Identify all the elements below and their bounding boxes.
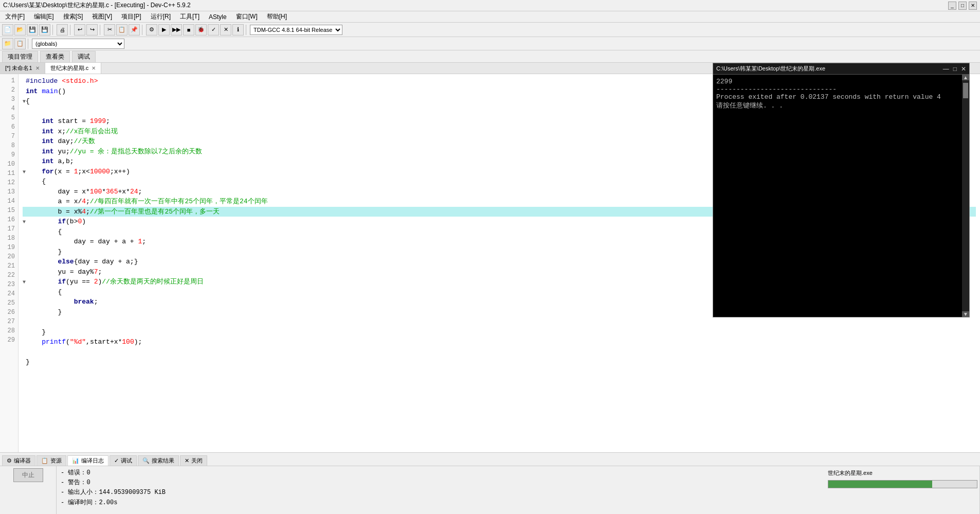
toolbar: 📄 📂 💾 💾 🖨 ↩ ↪ ✂ 📋 📌 ⚙ ▶ ▶▶ ■ 🐞 ✓ ✕ ℹ TDM…: [0, 23, 980, 37]
console-body: 2299 ------------------------------ Proc…: [713, 75, 962, 317]
line-numbers: 1 2 3 4 5 6 7 8 9 10 11 12 13 14 15 16 1…: [0, 74, 19, 452]
sep2: [70, 25, 72, 35]
menu-item-运行[R][interactable]: 运行[R]: [148, 12, 174, 22]
bottom-tab-编译日志[interactable]: 📊编译日志: [67, 455, 108, 466]
new-file-button[interactable]: 📄: [2, 24, 13, 36]
menu-item-视图[V][interactable]: 视图[V]: [89, 12, 115, 22]
stop-compile-button[interactable]: 中止: [13, 468, 43, 482]
sep3: [100, 25, 102, 35]
sep5: [246, 25, 248, 35]
check-button[interactable]: ✓: [208, 24, 219, 36]
scroll-up-button[interactable]: ▲: [962, 75, 969, 80]
menu-item-窗口[W][interactable]: 窗口[W]: [233, 12, 261, 22]
paste-button[interactable]: 📌: [129, 24, 140, 36]
log-errors: - 错误：0: [61, 468, 822, 478]
scroll-down-button[interactable]: ▼: [962, 311, 969, 317]
progress-bar-fill: [828, 481, 932, 488]
log-output-size: - 输出人小：144.9539009375 KiB: [61, 488, 822, 498]
console-titlebar: C:\Users\韩某某\Desktop\世纪末的星期.exe — □ ✕: [713, 63, 969, 75]
save-file-button[interactable]: 💾: [27, 24, 38, 36]
maximize-button[interactable]: □: [958, 2, 967, 10]
nav-tab-project[interactable]: 项目管理: [2, 51, 38, 62]
console-close-button[interactable]: ✕: [961, 65, 966, 73]
nav-tabs: 项目管理 查看类 调试: [0, 50, 980, 63]
open-file-button[interactable]: 📂: [14, 24, 26, 36]
menu-item-编辑[E][interactable]: 编辑[E]: [31, 12, 57, 22]
sep4: [142, 25, 144, 35]
menu-item-工具[T][interactable]: 工具[T]: [177, 12, 203, 22]
cut-button[interactable]: ✂: [104, 24, 115, 36]
minimize-button[interactable]: _: [948, 2, 956, 10]
bottom-tab-调试[interactable]: ✓调试: [110, 455, 137, 466]
menu-item-AStyle[interactable]: AStyle: [206, 13, 230, 21]
save-all-button[interactable]: 💾: [39, 24, 50, 36]
log-compile-time: - 编译时间：2.00s: [61, 498, 822, 508]
compile-button[interactable]: ⚙: [146, 24, 157, 36]
bottom-tab-资源[interactable]: 📋资源: [37, 455, 66, 466]
redo-button[interactable]: ↪: [86, 24, 98, 36]
title-text: C:\Users\某某\Desktop\世纪末的星期.c - [Executin…: [3, 1, 191, 10]
code-tab-main[interactable]: 世纪末的星期.c ✕: [45, 63, 102, 74]
main-area: [*] 未命名1 ✕ 世纪末的星期.c ✕ 1 2 3 4 5 6 7 8 9 …: [0, 63, 980, 452]
code-tab-unnamed[interactable]: [*] 未命名1 ✕: [0, 63, 45, 74]
copy-button[interactable]: 📋: [116, 24, 128, 36]
menu-item-搜索[S][interactable]: 搜索[S]: [60, 12, 86, 22]
console-maximize-button[interactable]: □: [953, 65, 957, 73]
console-window: C:\Users\韩某某\Desktop\世纪末的星期.exe — □ ✕ 22…: [713, 63, 970, 317]
log-warnings: - 警告：0: [61, 478, 822, 488]
debug-button[interactable]: 🐞: [195, 24, 207, 36]
scroll-track: [962, 80, 969, 311]
nav-tab-debug[interactable]: 调试: [72, 51, 96, 62]
log-area: - 错误：0 - 警告：0 - 输出人小：144.9539009375 KiB …: [57, 466, 826, 514]
scroll-thumb[interactable]: [963, 83, 968, 98]
bottom-panel: ⚙编译器📋资源📊编译日志✓调试🔍搜索结果✕关闭 中止 - 错误：0 - 警告：0…: [0, 452, 980, 514]
menu-bar: 文件[F]编辑[E]搜索[S]视图[V]项目[P]运行[R]工具[T]AStyl…: [0, 11, 980, 23]
bottom-tab-搜索结果[interactable]: 🔍搜索结果: [138, 455, 179, 466]
menu-item-项目[P][interactable]: 项目[P]: [118, 12, 144, 22]
stop-button-area: 中止: [0, 466, 57, 514]
stop-button[interactable]: ■: [183, 24, 194, 36]
globals-dropdown[interactable]: (globals): [32, 39, 124, 49]
sep6: [28, 39, 30, 49]
menu-item-文件[F][interactable]: 文件[F]: [2, 12, 28, 22]
close-button[interactable]: ✕: [969, 2, 977, 10]
undo-button[interactable]: ↩: [74, 24, 85, 36]
bottom-tabs: ⚙编译器📋资源📊编译日志✓调试🔍搜索结果✕关闭: [0, 453, 980, 466]
console-output: 2299 ------------------------------ Proc…: [716, 78, 941, 110]
progress-area: 世纪末的星期.exe: [826, 466, 980, 514]
tb2-btn2[interactable]: 📋: [14, 38, 26, 49]
close-tab-unnamed[interactable]: ✕: [35, 65, 40, 71]
run-button[interactable]: ▶: [158, 24, 170, 36]
tb2-btn1[interactable]: 📁: [2, 38, 13, 49]
error-button[interactable]: ✕: [220, 24, 231, 36]
progress-bar-container: [828, 480, 977, 488]
bottom-content: 中止 - 错误：0 - 警告：0 - 输出人小：144.9539009375 K…: [0, 466, 980, 514]
compiler-dropdown[interactable]: TDM-GCC 4.8.1 64-bit Release: [250, 25, 342, 35]
print-button[interactable]: 🖨: [57, 24, 68, 36]
console-minimize-button[interactable]: —: [943, 65, 949, 73]
toolbar2: 📁 📋 (globals): [0, 37, 980, 50]
close-tab-main[interactable]: ✕: [92, 65, 96, 71]
menu-item-帮助[H][interactable]: 帮助[H]: [264, 12, 290, 22]
title-bar: C:\Users\某某\Desktop\世纪末的星期.c - [Executin…: [0, 0, 980, 11]
bottom-tab-编译器[interactable]: ⚙编译器: [2, 455, 35, 466]
sep1: [52, 25, 55, 35]
console-scrollbar[interactable]: ▲ ▼: [962, 75, 969, 317]
nav-tab-classes[interactable]: 查看类: [40, 51, 70, 62]
bottom-tab-关闭[interactable]: ✕关闭: [180, 455, 207, 466]
window-controls: _ □ ✕: [948, 2, 977, 10]
console-title: C:\Users\韩某某\Desktop\世纪末的星期.exe: [716, 65, 825, 73]
progress-filename: 世纪末的星期.exe: [828, 468, 977, 478]
info-button[interactable]: ℹ: [232, 24, 244, 36]
compile-run-button[interactable]: ▶▶: [171, 24, 182, 36]
